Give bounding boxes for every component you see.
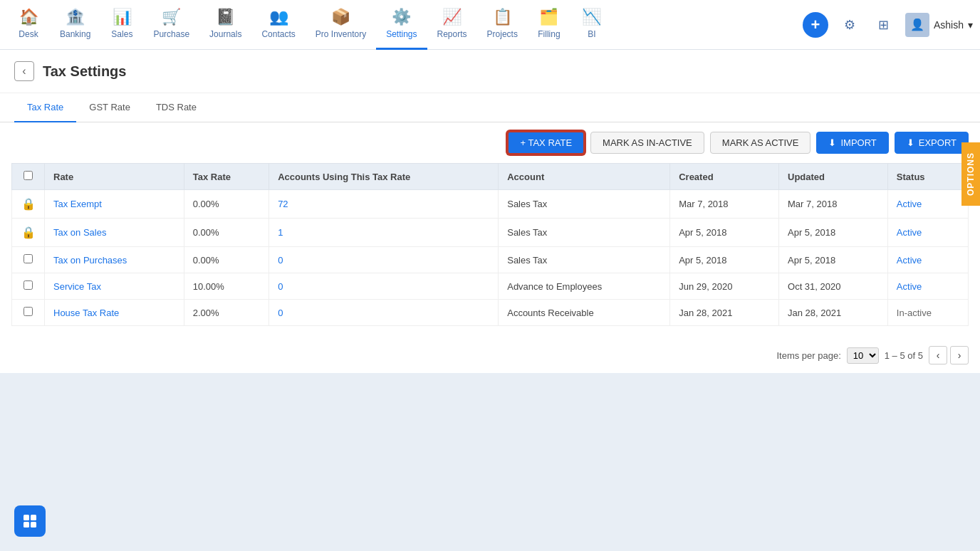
options-tab[interactable]: OPTIONS — [961, 142, 980, 206]
row-status: Active — [887, 247, 968, 273]
mark-active-label: MARK AS ACTIVE — [722, 137, 799, 148]
user-menu[interactable]: 👤 Ashish ▾ — [905, 13, 973, 37]
status-badge: Active — [897, 281, 922, 292]
nav-item-purchase[interactable]: 🛒 Purchase — [143, 0, 199, 50]
back-button[interactable]: ‹ — [14, 61, 34, 81]
sales-icon: 📊 — [113, 8, 132, 26]
accounts-using-link-3[interactable]: 0 — [278, 255, 283, 266]
import-button[interactable]: ⬇ IMPORT — [816, 132, 888, 154]
row-rate: House Tax Rate — [45, 300, 184, 326]
table-header-row: Rate Tax Rate Accounts Using This Tax Ra… — [12, 164, 969, 190]
row-created: Apr 5, 2018 — [670, 219, 779, 247]
nav-item-sales[interactable]: 📊 Sales — [100, 0, 143, 50]
rate-link-3[interactable]: Tax on Purchases — [53, 255, 127, 266]
nav-item-desk[interactable]: 🏠 Desk — [7, 0, 50, 50]
mark-inactive-button[interactable]: MARK AS IN-ACTIVE — [590, 132, 704, 154]
avatar: 👤 — [905, 13, 929, 37]
table-row: Service Tax10.00%0Advance to EmployeesJu… — [12, 273, 969, 300]
pagination-next-button[interactable]: › — [950, 346, 969, 364]
nav-item-bi[interactable]: 📉 BI — [570, 0, 613, 50]
row-checkbox-3[interactable] — [24, 254, 33, 263]
row-select-cell — [12, 273, 45, 300]
svg-rect-3 — [31, 522, 36, 528]
row-accounts-using: 72 — [269, 190, 499, 219]
tab-gst-rate[interactable]: GST Rate — [76, 93, 143, 122]
row-status: Active — [887, 273, 968, 300]
status-badge: Active — [897, 227, 922, 238]
accounts-using-link-1[interactable]: 72 — [278, 199, 288, 209]
nav-label-banking: Banking — [60, 29, 90, 39]
add-button[interactable]: + — [803, 12, 828, 38]
accounts-using-link-5[interactable]: 0 — [278, 308, 283, 318]
nav-label-sales: Sales — [111, 29, 132, 39]
pagination-prev-button[interactable]: ‹ — [929, 346, 947, 364]
rate-link-2[interactable]: Tax on Sales — [53, 227, 106, 238]
row-updated: Apr 5, 2018 — [779, 219, 888, 247]
nav-item-reports[interactable]: 📈 Reports — [427, 0, 477, 50]
reports-icon: 📈 — [442, 8, 462, 26]
nav-item-projects[interactable]: 📋 Projects — [477, 0, 528, 50]
row-created: Jan 28, 2021 — [670, 300, 779, 326]
table-row: 🔒Tax on Sales0.00%1Sales TaxApr 5, 2018A… — [12, 219, 969, 247]
header-status: Status — [887, 164, 968, 190]
pagination-range: 1 – 5 of 5 — [885, 350, 923, 361]
row-accounts-using: 1 — [269, 219, 499, 247]
header-rate: Rate — [45, 164, 184, 190]
nav-item-filling[interactable]: 🗂️ Filling — [528, 0, 570, 50]
tab-tax-rate[interactable]: Tax Rate — [14, 93, 76, 122]
tax-rate-table: Rate Tax Rate Accounts Using This Tax Ra… — [11, 163, 969, 326]
svg-rect-1 — [31, 515, 36, 520]
status-badge: Active — [897, 255, 922, 266]
nav-label-projects: Projects — [487, 29, 518, 39]
accounts-using-link-4[interactable]: 0 — [278, 281, 283, 292]
table-row: Tax on Purchases0.00%0Sales TaxApr 5, 20… — [12, 247, 969, 273]
mark-active-button[interactable]: MARK AS ACTIVE — [710, 132, 811, 154]
select-all-checkbox[interactable] — [24, 171, 33, 180]
nav-item-journals[interactable]: 📓 Journals — [199, 0, 251, 50]
lock-icon: 🔒 — [21, 226, 36, 238]
mark-inactive-label: MARK AS IN-ACTIVE — [603, 137, 692, 148]
tab-tds-rate[interactable]: TDS Rate — [143, 93, 209, 122]
grid-widget-button[interactable] — [14, 505, 46, 537]
nav-item-settings[interactable]: ⚙️ Settings — [376, 0, 427, 50]
header-checkbox — [12, 164, 45, 190]
lock-icon: 🔒 — [21, 198, 36, 210]
main-content: ‹ Tax Settings Tax Rate GST Rate TDS Rat… — [0, 50, 980, 551]
header-tax-rate: Tax Rate — [184, 164, 269, 190]
row-checkbox-4[interactable] — [24, 280, 33, 290]
nav-label-filling: Filling — [538, 29, 560, 39]
rate-link-1[interactable]: Tax Exempt — [53, 199, 102, 209]
rate-link-5[interactable]: House Tax Rate — [53, 308, 119, 318]
accounts-using-link-2[interactable]: 1 — [278, 227, 283, 238]
export-button[interactable]: ⬇ EXPORT — [895, 132, 969, 154]
export-icon: ⬇ — [907, 137, 914, 148]
user-dropdown-icon: ▾ — [968, 19, 973, 31]
status-badge: In-active — [897, 308, 932, 318]
rate-link-4[interactable]: Service Tax — [53, 281, 101, 292]
row-tax-rate: 0.00% — [184, 247, 269, 273]
grid-apps-button[interactable]: ⊞ — [871, 12, 897, 38]
header-account: Account — [499, 164, 670, 190]
contacts-icon: 👥 — [269, 8, 288, 26]
settings-gear-button[interactable]: ⚙ — [837, 12, 862, 38]
nav-item-contacts[interactable]: 👥 Contacts — [251, 0, 305, 50]
add-tax-rate-button[interactable]: + TAX RATE — [507, 131, 585, 154]
nav-right: + ⚙ ⊞ 👤 Ashish ▾ — [803, 12, 973, 38]
row-checkbox-5[interactable] — [24, 307, 33, 316]
settings-icon: ⚙️ — [392, 8, 411, 26]
pro-inventory-icon: 📦 — [331, 8, 350, 26]
page-title: Tax Settings — [43, 63, 126, 80]
table-wrapper: Rate Tax Rate Accounts Using This Tax Ra… — [0, 163, 980, 337]
row-status: Active — [887, 219, 968, 247]
nav-item-pro-inventory[interactable]: 📦 Pro Inventory — [306, 0, 376, 50]
pagination-nav: ‹ › — [929, 346, 969, 364]
row-account: Accounts Receivable — [499, 300, 670, 326]
top-nav: 🏠 Desk 🏦 Banking 📊 Sales 🛒 Purchase 📓 Jo… — [0, 0, 980, 50]
items-per-page-select[interactable]: 10 25 50 — [847, 347, 879, 364]
items-per-page-label: Items per page: — [776, 350, 840, 361]
row-select-cell: 🔒 — [12, 190, 45, 219]
row-created: Mar 7, 2018 — [670, 190, 779, 219]
nav-item-banking[interactable]: 🏦 Banking — [50, 0, 100, 50]
row-select-cell — [12, 300, 45, 326]
nav-label-pro-inventory: Pro Inventory — [316, 29, 366, 39]
